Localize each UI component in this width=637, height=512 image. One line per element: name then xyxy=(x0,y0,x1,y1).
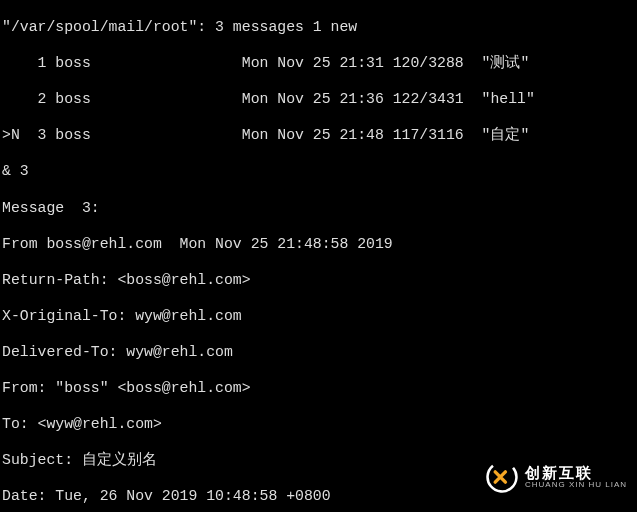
mail-prompt[interactable]: & 3 xyxy=(2,162,635,180)
message-number: Message 3: xyxy=(2,199,635,217)
mail-list-item: >N 3 boss Mon Nov 25 21:48 117/3116 "自定" xyxy=(2,126,635,144)
header-line: Delivered-To: wyw@rehl.com xyxy=(2,343,635,361)
header-line: From: "boss" <boss@rehl.com> xyxy=(2,379,635,397)
watermark-en: CHUANG XIN HU LIAN xyxy=(525,481,627,489)
header-line: X-Original-To: wyw@rehl.com xyxy=(2,307,635,325)
mail-list-item: 2 boss Mon Nov 25 21:36 122/3431 "hell" xyxy=(2,90,635,108)
watermark-cn: 创新互联 xyxy=(525,465,627,481)
header-line: From boss@rehl.com Mon Nov 25 21:48:58 2… xyxy=(2,235,635,253)
mailbox-summary: "/var/spool/mail/root": 3 messages 1 new xyxy=(2,18,635,36)
header-line: Return-Path: <boss@rehl.com> xyxy=(2,271,635,289)
logo-icon xyxy=(485,460,519,494)
header-line: To: <wyw@rehl.com> xyxy=(2,415,635,433)
mail-list-item: 1 boss Mon Nov 25 21:31 120/3288 "测试" xyxy=(2,54,635,72)
terminal-output: "/var/spool/mail/root": 3 messages 1 new… xyxy=(0,0,637,512)
watermark: 创新互联 CHUANG XIN HU LIAN xyxy=(485,460,627,494)
